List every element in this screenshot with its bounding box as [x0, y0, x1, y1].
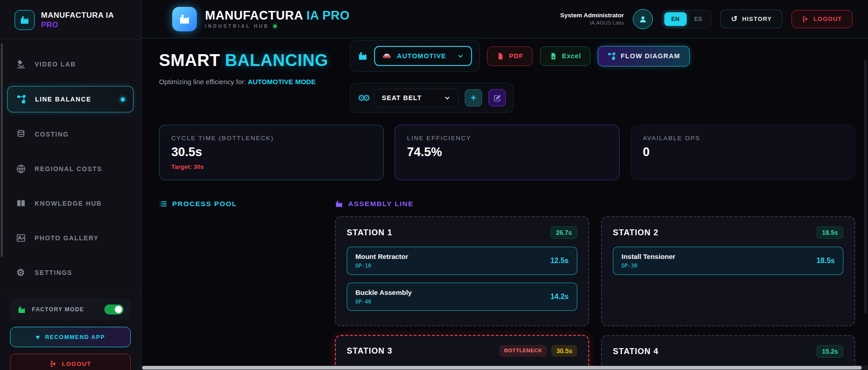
export-pdf-button[interactable]: PDF: [487, 46, 533, 66]
pdf-label: PDF: [509, 52, 523, 60]
excel-label: Excel: [562, 52, 581, 60]
task-time: 18.5s: [817, 257, 835, 265]
export-excel-button[interactable]: x Excel: [540, 46, 591, 66]
app-tagline: INDUSTRIAL HUB: [205, 24, 269, 29]
task-card[interactable]: Mount Retractor OP-10 12.5s: [347, 247, 577, 275]
globe-icon: [15, 163, 26, 174]
flow-diagram-button[interactable]: FLOW DIAGRAM: [598, 46, 689, 66]
station-name: STATION 1: [347, 228, 392, 238]
list-icon: [159, 200, 167, 208]
page-subtitle: Optimizing line efficiency for: AUTOMOTI…: [159, 76, 323, 87]
logout-icon: [50, 360, 57, 368]
factory-icon: [179, 13, 190, 25]
stat-label: CYCLE TIME (BOTTLENECK): [171, 135, 371, 142]
user-name: System Administrator: [560, 11, 624, 20]
station-card-4[interactable]: STATION 4 15.2s: [601, 335, 855, 370]
stat-value: 0: [643, 145, 843, 159]
user-info: System Administrator IA.AGUS Labs: [560, 11, 624, 27]
task-card[interactable]: Buckle Assembly OP-40 14.2s: [347, 283, 577, 311]
product-panel: ⚙⚙ SEAT BELT +: [350, 83, 514, 113]
mode-panel: AUTOMOTIVE: [350, 40, 480, 72]
sidebar-item-video-lab[interactable]: VIDEO LAB: [7, 51, 134, 77]
factory-icon: [17, 305, 26, 314]
sidebar-item-costing[interactable]: COSTING: [7, 122, 134, 147]
add-product-button[interactable]: +: [465, 89, 482, 106]
stat-value: 30.5s: [171, 145, 371, 159]
horizontal-scrollbar-thumb[interactable]: [142, 366, 862, 370]
chevron-down-icon: [444, 95, 451, 101]
toolbar: AUTOMOTIVE PDF x Excel: [350, 40, 690, 113]
task-time: 12.5s: [550, 257, 569, 265]
station-name: STATION 4: [613, 347, 658, 356]
factory-icon: [358, 51, 368, 61]
station-time-badge: 18.5s: [817, 226, 843, 239]
task-code: OP-10: [355, 263, 408, 269]
edit-product-button[interactable]: [488, 89, 506, 106]
task-name: Install Tensioner: [621, 253, 675, 260]
mode-select-value: AUTOMOTIVE: [397, 52, 446, 60]
sidebar-item-label: COSTING: [35, 131, 69, 138]
car-icon: [382, 51, 391, 61]
main-area: MANUFACTURA IA PRO INDUSTRIAL HUB System…: [141, 0, 868, 370]
microscope-icon: [15, 59, 26, 70]
station-card-2[interactable]: STATION 2 18.5s Install Tensioner OP-30 …: [601, 216, 855, 326]
lang-en-button[interactable]: EN: [664, 12, 686, 26]
task-code: OP-40: [355, 299, 412, 305]
sidebar: MANUFACTURA IA PRO VIDEO LAB LINE BALANC…: [0, 0, 141, 370]
sidebar-item-label: PHOTO GALLERY: [35, 234, 99, 242]
sidebar-item-line-balance[interactable]: LINE BALANCE: [7, 86, 134, 112]
gear-icon: ⚙: [15, 267, 26, 278]
sidebar-item-photo-gallery[interactable]: PHOTO GALLERY: [7, 225, 134, 251]
app-title-accent: IA PRO: [303, 9, 349, 22]
stat-value: 74.5%: [407, 145, 607, 159]
sidebar-nav: VIDEO LAB LINE BALANCE COSTING REGI: [0, 40, 141, 290]
sidebar-logout-button[interactable]: LOGOUT: [10, 354, 131, 370]
factory-icon: [335, 200, 343, 208]
lang-es-button[interactable]: ES: [688, 12, 709, 26]
sidebar-item-regional-costs[interactable]: REGIONAL COSTS: [7, 156, 134, 182]
station-card-3[interactable]: STATION 3 BOTTLENECK 30.5s: [335, 335, 589, 370]
person-icon: [638, 14, 648, 24]
book-icon: [15, 198, 26, 209]
sidebar-logo: MANUFACTURA IA PRO: [0, 0, 141, 40]
sidebar-scrollbar[interactable]: [1, 43, 3, 257]
product-select[interactable]: SEAT BELT: [374, 89, 458, 107]
stat-cycle-time: CYCLE TIME (BOTTLENECK) 30.5s Target: 30…: [159, 125, 384, 180]
chevron-down-icon: [457, 53, 464, 60]
mode-select[interactable]: AUTOMOTIVE: [374, 46, 472, 66]
status-dot: [273, 25, 277, 28]
horizontal-scrollbar[interactable]: [141, 365, 868, 370]
task-name: Buckle Assembly: [355, 289, 412, 296]
avatar[interactable]: [633, 9, 653, 29]
recommend-app-button[interactable]: ♥ RECOMMEND APP: [10, 327, 131, 347]
process-pool-header: PROCESS POOL: [159, 200, 335, 208]
process-pool-column: PROCESS POOL: [159, 200, 335, 370]
stations-grid: STATION 1 26.7s Mount Retractor OP-10 12…: [335, 216, 855, 370]
vertical-scrollbar[interactable]: [864, 59, 867, 314]
sidebar-item-knowledge-hub[interactable]: KNOWLEDGE HUB: [7, 191, 134, 216]
station-time-badge: 30.5s: [551, 345, 577, 357]
header-logout-button[interactable]: LOGOUT: [791, 10, 853, 28]
user-org: IA.AGUS Labs: [560, 20, 624, 27]
coins-icon: [15, 129, 26, 140]
gears-icon: ⚙⚙: [358, 93, 368, 103]
factory-mode-row: FACTORY MODE: [10, 299, 131, 320]
station-time-badge: 26.7s: [550, 226, 577, 239]
sidebar-brand-sub: PRO: [41, 20, 114, 30]
station-card-1[interactable]: STATION 1 26.7s Mount Retractor OP-10 12…: [335, 216, 589, 326]
task-card[interactable]: Install Tensioner OP-30 18.5s: [613, 247, 843, 275]
history-icon: ↺: [731, 15, 738, 23]
bottleneck-badge: BOTTLENECK: [499, 345, 547, 357]
sidebar-item-settings[interactable]: ⚙ SETTINGS: [7, 260, 134, 285]
flow-diagram-label: FLOW DIAGRAM: [621, 52, 680, 60]
factory-mode-label: FACTORY MODE: [32, 306, 84, 313]
history-button[interactable]: ↺ HISTORY: [720, 10, 782, 28]
app-title-block: MANUFACTURA IA PRO INDUSTRIAL HUB: [205, 9, 350, 29]
sidebar-item-label: LINE BALANCE: [35, 96, 91, 103]
page-title: SMART BALANCING: [159, 51, 350, 70]
factory-mode-toggle[interactable]: [104, 304, 123, 314]
sidebar-brand: MANUFACTURA IA: [41, 10, 114, 20]
assembly-line-column: ASSEMBLY LINE STATION 1 26.7s: [335, 200, 855, 370]
sidebar-item-label: KNOWLEDGE HUB: [35, 200, 102, 207]
active-dot: [121, 97, 125, 101]
